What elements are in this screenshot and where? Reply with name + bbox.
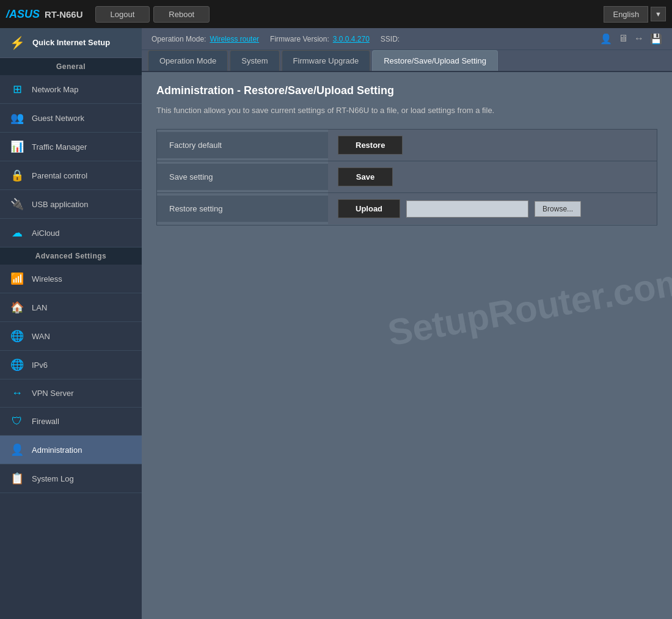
factory-default-row: Factory default Restore [157, 130, 657, 161]
network-status-icon: ↔ [634, 33, 644, 45]
sidebar-label-wan: WAN [32, 332, 50, 341]
parental-control-icon: 🔒 [10, 169, 24, 182]
usb-application-icon: 🔌 [10, 197, 24, 211]
firewall-icon: 🛡 [10, 415, 24, 428]
top-bar: /ASUS RT-N66U Logout Reboot English ▼ [0, 0, 672, 28]
content-area: Operation Mode: Wireless router Firmware… [142, 28, 672, 619]
factory-default-label: Factory default [157, 132, 328, 158]
sidebar-label-traffic-manager: Traffic Manager [32, 142, 87, 152]
model-name: RT-N66U [45, 9, 83, 20]
quick-internet-label: Quick Internet Setup [32, 38, 110, 48]
ipv6-icon: 🌐 [10, 358, 24, 372]
sidebar-item-parental-control[interactable]: 🔒 Parental control [0, 161, 142, 190]
aicloud-icon: ☁ [10, 226, 24, 240]
guest-network-icon: 👥 [10, 111, 24, 125]
sidebar-item-vpn-server[interactable]: ↔ VPN Server [0, 379, 142, 408]
sidebar-item-lan[interactable]: 🏠 LAN [0, 293, 142, 322]
top-buttons: Logout Reboot [95, 6, 604, 23]
restore-setting-label: Restore setting [157, 196, 328, 222]
sidebar-item-wireless[interactable]: 📶 Wireless [0, 265, 142, 293]
tab-system[interactable]: System [230, 50, 279, 71]
quick-internet-icon: ⚡ [10, 35, 25, 50]
save-status-icon: 💾 [650, 33, 662, 45]
language-button[interactable]: English [604, 6, 648, 23]
status-icons: 👤 🖥 ↔ 💾 [600, 33, 662, 45]
monitor-status-icon: 🖥 [618, 33, 628, 45]
section-header-general: General [0, 58, 142, 75]
sidebar-label-lan: LAN [32, 303, 47, 312]
sidebar-item-network-map[interactable]: ⊞ Network Map [0, 75, 142, 104]
tab-firmware-upgrade[interactable]: Firmware Upgrade [282, 50, 371, 71]
browse-button[interactable]: Browse... [535, 201, 581, 217]
save-setting-control: Save [328, 161, 657, 192]
network-map-icon: ⊞ [10, 82, 24, 96]
vpn-server-icon: ↔ [10, 387, 24, 400]
traffic-manager-icon: 📊 [10, 140, 24, 153]
save-setting-row: Save setting Save [157, 161, 657, 193]
sidebar-item-traffic-manager[interactable]: 📊 Traffic Manager [0, 133, 142, 161]
page-content: SetupRouter.com Administration - Restore… [142, 72, 672, 619]
upload-button[interactable]: Upload [338, 199, 400, 218]
wan-icon: 🌐 [10, 329, 24, 343]
watermark: SetupRouter.com [385, 260, 672, 354]
sidebar-item-usb-application[interactable]: 🔌 USB application [0, 190, 142, 219]
sidebar-label-guest-network: Guest Network [32, 114, 84, 123]
asus-logo: /ASUS [6, 8, 40, 21]
tabs-bar: Operation Mode System Firmware Upgrade R… [142, 50, 672, 72]
sidebar-label-ipv6: IPv6 [32, 361, 48, 370]
wireless-icon: 📶 [10, 272, 24, 285]
restore-setting-row: Restore setting Upload Browse... [157, 193, 657, 225]
section-header-advanced: Advanced Settings [0, 247, 142, 265]
sidebar-item-system-log[interactable]: 📋 System Log [0, 464, 142, 493]
user-status-icon: 👤 [600, 33, 612, 45]
main-layout: ⚡ Quick Internet Setup General ⊞ Network… [0, 28, 672, 619]
firmware-value[interactable]: 3.0.0.4.270 [333, 35, 370, 43]
save-button[interactable]: Save [338, 167, 393, 186]
system-log-icon: 📋 [10, 472, 24, 485]
save-setting-label: Save setting [157, 164, 328, 190]
sidebar-label-network-map: Network Map [32, 85, 79, 94]
sidebar-item-guest-network[interactable]: 👥 Guest Network [0, 104, 142, 133]
sidebar-label-wireless: Wireless [32, 274, 62, 284]
page-description: This function allows you to save current… [156, 104, 657, 117]
ssid-label: SSID: [381, 35, 400, 43]
firmware-label: Firmware Version: [270, 35, 329, 43]
tab-operation-mode[interactable]: Operation Mode [148, 50, 228, 71]
file-input-display [406, 200, 528, 218]
restore-setting-control: Upload Browse... [328, 193, 657, 224]
sidebar-item-aicloud[interactable]: ☁ AiCloud [0, 219, 142, 247]
status-bar: Operation Mode: Wireless router Firmware… [142, 28, 672, 50]
tab-restore-save[interactable]: Restore/Save/Upload Setting [372, 50, 498, 71]
sidebar-label-system-log: System Log [32, 474, 74, 483]
sidebar-label-aicloud: AiCloud [32, 229, 60, 238]
language-dropdown-arrow[interactable]: ▼ [651, 7, 666, 21]
sidebar-item-firewall[interactable]: 🛡 Firewall [0, 408, 142, 436]
sidebar-label-parental-control: Parental control [32, 171, 87, 180]
reboot-button[interactable]: Reboot [153, 6, 210, 23]
sidebar-item-ipv6[interactable]: 🌐 IPv6 [0, 351, 142, 379]
sidebar-item-quick-internet[interactable]: ⚡ Quick Internet Setup [0, 28, 142, 58]
operation-mode-label: Operation Mode: [152, 35, 206, 43]
sidebar-item-wan[interactable]: 🌐 WAN [0, 322, 142, 351]
language-select: English ▼ [604, 6, 666, 23]
logout-button[interactable]: Logout [95, 6, 150, 23]
sidebar-label-usb-application: USB application [32, 200, 89, 209]
sidebar: ⚡ Quick Internet Setup General ⊞ Network… [0, 28, 142, 619]
administration-icon: 👤 [10, 443, 24, 456]
sidebar-label-vpn-server: VPN Server [32, 389, 74, 398]
page-title: Administration - Restore/Save/Upload Set… [156, 84, 657, 97]
logo-area: /ASUS RT-N66U [6, 8, 83, 21]
sidebar-label-firewall: Firewall [32, 417, 59, 426]
lan-icon: 🏠 [10, 301, 24, 314]
sidebar-item-administration[interactable]: 👤 Administration [0, 436, 142, 464]
factory-default-control: Restore [328, 130, 657, 161]
settings-container: Factory default Restore Save setting Sav… [156, 129, 657, 225]
restore-button[interactable]: Restore [338, 136, 403, 155]
operation-mode-value[interactable]: Wireless router [210, 35, 259, 43]
sidebar-label-administration: Administration [32, 445, 82, 455]
